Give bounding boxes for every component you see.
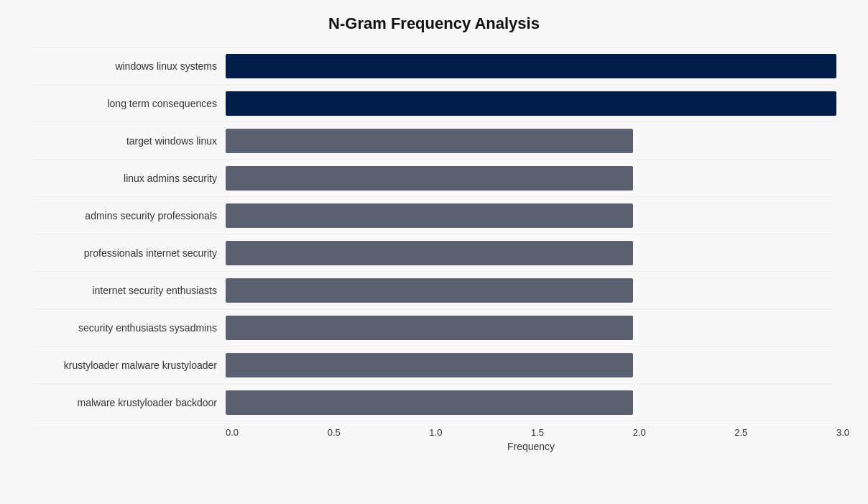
bar	[226, 203, 633, 228]
bar-wrapper	[226, 54, 836, 78]
bar-row: admins security professionals	[32, 197, 836, 234]
bar	[226, 241, 633, 265]
bar	[226, 353, 633, 377]
bar	[226, 91, 836, 116]
bar-label: security enthusiasts sysadmins	[32, 322, 226, 334]
bar-row: malware krustyloader backdoor	[32, 384, 836, 421]
bar-label: target windows linux	[32, 135, 226, 147]
bar-label: internet security enthusiasts	[32, 285, 226, 296]
x-axis-ticks: 0.00.51.01.52.02.53.0	[226, 427, 836, 438]
bar-row: krustyloader malware krustyloader	[32, 347, 836, 384]
bar-row: security enthusiasts sysadmins	[32, 309, 836, 347]
bar-label: krustyloader malware krustyloader	[32, 359, 226, 371]
bar-label: professionals internet security	[32, 247, 226, 259]
chart-title: N-Gram Frequency Analysis	[32, 14, 836, 33]
bar-row: windows linux systems	[32, 47, 836, 85]
bar-wrapper	[226, 316, 836, 340]
bar	[226, 166, 633, 191]
bar-label: windows linux systems	[32, 60, 226, 72]
bar-row: long term consequences	[32, 85, 836, 122]
chart-area: windows linux systemslong term consequen…	[32, 47, 836, 421]
bar-wrapper	[226, 203, 836, 228]
bar	[226, 278, 633, 303]
bar-label: linux admins security	[32, 173, 226, 184]
bar-wrapper	[226, 390, 836, 415]
bar-label: malware krustyloader backdoor	[32, 397, 226, 408]
bar-row: linux admins security	[32, 160, 836, 197]
bar	[226, 390, 633, 415]
bar-row: internet security enthusiasts	[32, 272, 836, 309]
bar	[226, 316, 633, 340]
x-axis-label: Frequency	[226, 441, 836, 452]
bar	[226, 54, 836, 78]
bar-wrapper	[226, 166, 836, 191]
bar-wrapper	[226, 241, 836, 265]
bar	[226, 129, 633, 153]
bar-wrapper	[226, 129, 836, 153]
bar-wrapper	[226, 91, 836, 116]
bar-label: admins security professionals	[32, 210, 226, 221]
bar-wrapper	[226, 278, 836, 303]
bar-wrapper	[226, 353, 836, 377]
chart-container: N-Gram Frequency Analysis windows linux …	[17, 7, 851, 495]
bar-row: target windows linux	[32, 122, 836, 160]
x-axis: 0.00.51.01.52.02.53.0	[226, 421, 836, 438]
bar-label: long term consequences	[32, 98, 226, 109]
bar-row: professionals internet security	[32, 234, 836, 272]
